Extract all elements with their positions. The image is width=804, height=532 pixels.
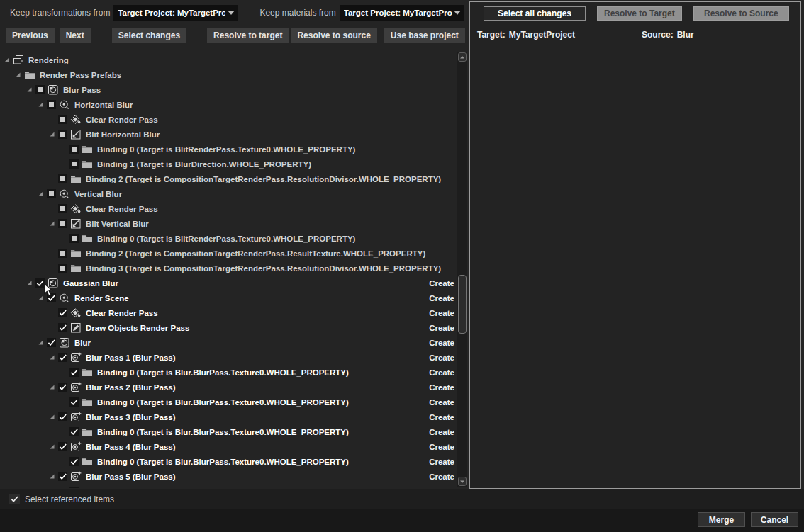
expanded-triangle-icon [49,131,55,137]
row-checkbox[interactable] [69,427,79,436]
tree-row[interactable]: Binding 0 (Target is Blur.BlurPass.Textu… [0,395,457,409]
tree-row[interactable]: Clear Render Pass [0,201,457,216]
row-checkbox[interactable] [69,368,79,377]
tree-row[interactable]: Blur Pass 2 (Blur Pass) Create [0,380,457,395]
bucket-icon [70,307,82,319]
row-checkbox[interactable] [69,487,79,488]
row-checkbox[interactable] [47,293,56,302]
check-icon [58,383,67,392]
row-checkbox[interactable] [58,249,67,258]
tree-row[interactable]: Blur Pass [0,82,457,97]
tree-row[interactable]: Binding 3 (Target is CompositionTargetRe… [0,261,457,276]
tree-row[interactable]: Blur Pass 4 (Blur Pass) Create [0,439,457,454]
tree-row[interactable]: Binding 2 (Target is CompositionTargetRe… [0,246,457,261]
tree-row[interactable]: Blur Pass 3 (Blur Pass) Create [0,409,457,424]
tree-row[interactable] [0,484,457,488]
tree-row[interactable]: Binding 2 (Target is CompositionTargetRe… [0,171,457,186]
use-base-project-button[interactable]: Use base project [384,28,465,43]
expander-icon[interactable] [49,383,58,392]
row-checkbox[interactable] [58,472,67,481]
expander-icon[interactable] [4,55,13,64]
check-icon [58,323,67,332]
resolve-to-target-panel-button[interactable]: Resolve to Target [597,6,682,21]
tree-row[interactable]: Blur Pass 1 (Blur Pass) Create [0,350,457,365]
tree-row[interactable]: Gaussian Blur Create [0,276,457,290]
row-checkbox[interactable] [58,115,67,124]
row-checkbox[interactable] [69,145,79,154]
next-button[interactable]: Next [60,28,91,43]
tree-row[interactable]: Vertical Blur [0,186,457,201]
tree-row[interactable]: Clear Render Pass Create [0,305,457,320]
tree-row[interactable]: Draw Objects Render Pass Create [0,320,457,335]
scrollbar-thumb[interactable] [458,275,467,334]
expander-icon[interactable] [49,442,58,451]
row-checkbox[interactable] [58,174,67,183]
tree-scrollbar[interactable] [457,52,467,487]
tree-row[interactable]: Binding 0 (Target is BlitRenderPass.Text… [0,231,457,246]
row-checkbox[interactable] [69,159,79,169]
row-status-create: Create [429,428,454,436]
expander-icon[interactable] [26,85,35,94]
row-checkbox[interactable] [58,219,67,228]
row-checkbox[interactable] [35,85,45,94]
row-label: Binding 1 (Target is BlurDirection.WHOLE… [97,160,311,169]
select-changes-button[interactable]: Select changes [112,28,186,43]
row-checkbox[interactable] [47,338,56,347]
expander-icon[interactable] [15,70,24,79]
cancel-button[interactable]: Cancel [751,512,798,527]
row-checkbox[interactable] [69,234,79,243]
tree-row[interactable]: Blit Vertical Blur [0,216,457,231]
keep-transformations-dropdown[interactable]: Target Project: MyTargetProjec [113,5,238,21]
expander-icon[interactable] [38,338,47,347]
expanded-triangle-icon [26,86,33,93]
tree-row[interactable]: Horizontal Blur [0,97,457,112]
previous-button[interactable]: Previous [6,28,55,43]
tree-row[interactable]: Binding 0 (Target is BlitRenderPass.Text… [0,142,457,157]
row-checkbox[interactable] [47,100,56,109]
row-checkbox[interactable] [58,130,67,139]
keep-materials-dropdown[interactable]: Target Project: MyTargetProjec [340,5,464,21]
select-referenced-row[interactable]: Select referenced items [9,494,114,504]
expander-icon[interactable] [38,293,47,302]
row-checkbox[interactable] [58,353,67,362]
tree-row[interactable]: Binding 0 (Target is Blur.BlurPass.Textu… [0,424,457,439]
expander-icon[interactable] [38,189,47,198]
tree-row[interactable]: Binding 0 (Target is Blur.BlurPass.Textu… [0,365,457,380]
tree-row[interactable]: Rendering [0,52,457,67]
row-checkbox[interactable] [47,189,56,198]
tree-row[interactable]: Blur Create [0,335,457,350]
tree-row[interactable]: Render Pass Prefabs [0,67,457,82]
expander-icon[interactable] [49,412,58,421]
row-status-create: Create [429,368,454,377]
expander-icon[interactable] [49,353,58,362]
scroll-up-button[interactable] [458,52,467,62]
row-checkbox[interactable] [58,204,67,213]
expander-icon[interactable] [49,472,58,481]
select-all-changes-button[interactable]: Select all changes [484,6,586,21]
expander-icon[interactable] [26,278,35,288]
tree-row[interactable]: Blur Pass 5 (Blur Pass) Create [0,469,457,484]
select-referenced-checkbox[interactable] [9,494,20,504]
tree-row[interactable]: Binding 1 (Target is BlurDirection.WHOLE… [0,157,457,171]
merge-button[interactable]: Merge [698,512,745,527]
row-checkbox[interactable] [58,264,67,273]
row-checkbox[interactable] [58,308,67,317]
row-checkbox[interactable] [58,412,67,421]
resolve-to-source-panel-button[interactable]: Resolve to Source [693,6,789,21]
resolve-to-source-button[interactable]: Resolve to source [291,28,376,43]
tree-row[interactable]: Render Scene Create [0,290,457,305]
expander-icon[interactable] [49,130,58,139]
row-checkbox[interactable] [69,397,79,407]
resolve-to-target-button[interactable]: Resolve to target [207,28,289,43]
expander-icon[interactable] [38,100,47,109]
tree-row[interactable]: Clear Render Pass [0,112,457,127]
row-checkbox[interactable] [58,383,67,392]
tree-row[interactable]: Blit Horizontal Blur [0,127,457,142]
row-checkbox[interactable] [35,278,45,288]
row-checkbox[interactable] [58,442,67,451]
row-checkbox[interactable] [69,457,79,466]
row-checkbox[interactable] [58,323,67,332]
tree-row[interactable]: Binding 0 (Target is Blur.BlurPass.Textu… [0,454,457,469]
expander-icon[interactable] [49,219,58,228]
scroll-down-button[interactable] [458,477,467,486]
